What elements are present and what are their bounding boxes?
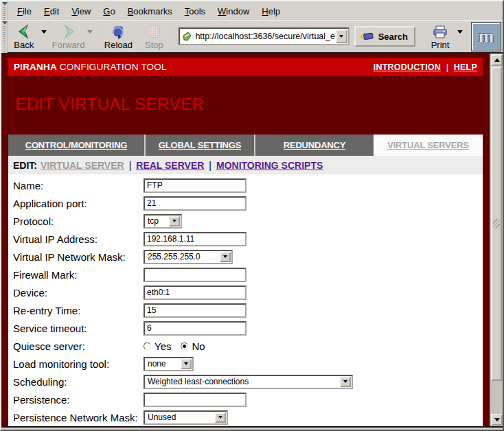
back-button[interactable]: Back xyxy=(8,21,41,51)
radio-button-icon xyxy=(181,342,188,350)
menu-go[interactable]: Go xyxy=(97,3,121,19)
header-links: INTRODUCTION | HELP xyxy=(374,62,477,72)
virtual-ip-network-mask-select[interactable]: 255.255.255.0 xyxy=(144,250,233,264)
tab-virtual-servers[interactable]: VIRTUAL SERVERS xyxy=(374,135,483,156)
device-input[interactable] xyxy=(144,286,247,300)
forward-dropdown-arrow[interactable] xyxy=(87,30,93,36)
reload-label: Reload xyxy=(104,40,133,50)
menu-window[interactable]: Window xyxy=(211,3,255,19)
scheduling-selected-value: Weighted least-connections xyxy=(145,377,339,386)
dropdown-arrow-icon[interactable] xyxy=(169,216,180,226)
form-row-scheduling: Scheduling:Weighted least-connections xyxy=(8,373,483,391)
print-label: Print xyxy=(431,40,450,50)
tab-redundancy[interactable]: REDUNDANCY xyxy=(255,135,374,156)
application-port-label: Application port: xyxy=(8,198,144,209)
reload-button[interactable]: Reload xyxy=(102,21,135,51)
print-icon xyxy=(432,23,448,40)
firewall-mark-input[interactable] xyxy=(144,268,247,282)
device-label: Device: xyxy=(8,287,144,299)
protocol-selected-value: tcp xyxy=(145,216,168,226)
url-bar[interactable] xyxy=(179,27,349,45)
tab-control-monitoring[interactable]: CONTROL/MONITORING xyxy=(8,135,146,156)
radio-label: Yes xyxy=(154,340,171,352)
radio-label: No xyxy=(192,340,205,352)
main-tabs: CONTROL/MONITORING GLOBAL SETTINGS REDUN… xyxy=(8,135,483,156)
dropdown-arrow-icon[interactable] xyxy=(181,359,192,369)
quiesce-server-no-radio[interactable]: No xyxy=(181,340,205,352)
form-row-persistence: Persistence: xyxy=(8,391,483,408)
scroll-down-button[interactable] xyxy=(491,414,503,426)
menu-bookmarks[interactable]: Bookmarks xyxy=(122,3,179,19)
virtual-ip-address-label: Virtual IP Address: xyxy=(8,233,144,245)
service-timeout-input[interactable] xyxy=(144,321,247,336)
back-dropdown-arrow[interactable] xyxy=(41,30,47,36)
search-icon xyxy=(360,31,375,42)
tab-global-settings[interactable]: GLOBAL SETTINGS xyxy=(146,135,255,156)
form-row-name: Name: xyxy=(8,176,483,194)
forward-label: Forward xyxy=(52,40,85,50)
name-input[interactable] xyxy=(144,178,247,193)
scrollbar-thumb[interactable] xyxy=(491,67,502,381)
subnav-real-server[interactable]: REAL SERVER xyxy=(136,160,204,171)
protocol-label: Protocol: xyxy=(8,216,144,227)
header-link-separator: | xyxy=(446,62,448,72)
menu-edit[interactable]: Edit xyxy=(38,3,65,19)
application-port-input[interactable] xyxy=(144,196,247,211)
page-proxy-icon[interactable] xyxy=(182,32,192,42)
search-button[interactable]: Search xyxy=(354,26,415,47)
scheduling-label: Scheduling: xyxy=(8,376,144,388)
protocol-select[interactable]: tcp xyxy=(144,214,182,229)
introduction-link[interactable]: INTRODUCTION xyxy=(374,62,441,72)
persistence-network-mask-select[interactable]: Unused xyxy=(144,410,228,425)
menu-bar: File Edit View Go Bookmarks Tools Window… xyxy=(1,1,503,20)
load-monitoring-tool-selected-value: none xyxy=(145,359,180,369)
back-label: Back xyxy=(14,40,34,50)
form-row-virtual-ip-network-mask: Virtual IP Network Mask:255.255.255.0 xyxy=(8,248,483,266)
virtual-server-form: Name:Application port:Protocol:tcpVirtua… xyxy=(8,174,483,426)
url-input[interactable] xyxy=(192,32,335,41)
persistence-input[interactable] xyxy=(144,393,247,407)
piranha-page: PIRANHA CONFIGURATION TOOL INTRODUCTION … xyxy=(8,54,483,426)
print-button[interactable]: Print xyxy=(424,21,457,51)
subnav-prefix: EDIT: xyxy=(13,160,37,171)
menu-help[interactable]: Help xyxy=(255,3,286,19)
page-viewport: PIRANHA CONFIGURATION TOOL INTRODUCTION … xyxy=(1,54,503,426)
mozilla-logo[interactable]: m xyxy=(472,23,501,51)
vertical-scrollbar xyxy=(490,54,503,426)
menubar-grippy[interactable] xyxy=(1,1,8,20)
toolbar-grippy[interactable] xyxy=(1,21,8,53)
menu-file[interactable]: File xyxy=(11,3,38,19)
help-link[interactable]: HELP xyxy=(454,62,477,72)
subnav-virtual-server[interactable]: VIRTUAL SERVER xyxy=(41,160,124,171)
form-row-service-timeout: Service timeout: xyxy=(8,319,483,337)
menu-view[interactable]: View xyxy=(65,3,97,19)
menu-tools[interactable]: Tools xyxy=(179,3,211,19)
navigation-toolbar: Back Forward xyxy=(1,20,503,52)
forward-button[interactable]: Forward xyxy=(50,21,87,51)
dropdown-arrow-icon[interactable] xyxy=(220,252,231,262)
dropdown-arrow-icon[interactable] xyxy=(340,377,351,387)
subnav-monitoring-scripts[interactable]: MONITORING SCRIPTS xyxy=(216,160,323,171)
re-entry-time-input[interactable] xyxy=(144,303,247,318)
persistence-label: Persistence: xyxy=(8,394,144,406)
virtual-ip-address-input[interactable] xyxy=(144,232,247,246)
load-monitoring-tool-select[interactable]: none xyxy=(144,357,194,371)
quiesce-server-yes-radio[interactable]: Yes xyxy=(144,340,171,352)
scroll-up-button[interactable] xyxy=(491,54,503,66)
url-dropdown-button[interactable] xyxy=(336,30,347,43)
form-row-device: Device: xyxy=(8,283,483,301)
radio-button-icon xyxy=(144,342,151,350)
window-bottom-border xyxy=(1,426,503,431)
arrow-up-icon xyxy=(494,56,500,62)
scrollbar-grip-icon xyxy=(493,219,500,229)
print-dropdown-arrow[interactable] xyxy=(457,30,463,36)
piranha-header-bar: PIRANHA CONFIGURATION TOOL INTRODUCTION … xyxy=(8,58,483,76)
re-entry-time-label: Re-entry Time: xyxy=(8,305,144,316)
persistence-network-mask-label: Persistence Network Mask: xyxy=(8,412,144,423)
dropdown-arrow-icon[interactable] xyxy=(215,412,226,423)
edit-subnav: EDIT: VIRTUAL SERVER | REAL SERVER | MON… xyxy=(8,156,483,174)
stop-button[interactable]: Stop xyxy=(137,21,170,51)
scheduling-select[interactable]: Weighted least-connections xyxy=(144,375,353,389)
form-row-firewall-mark: Firewall Mark: xyxy=(8,266,483,283)
name-label: Name: xyxy=(8,180,144,191)
